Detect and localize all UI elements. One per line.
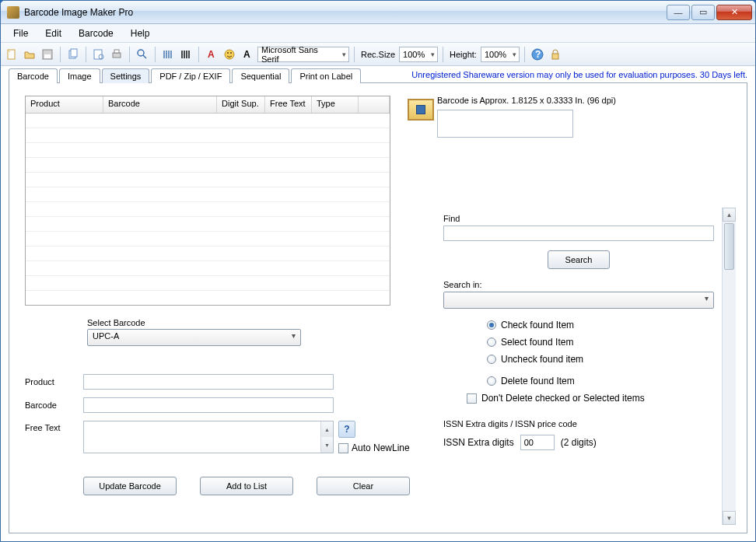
preview-icon[interactable]: [91, 47, 107, 62]
menubar: File Edit Barcode Help: [1, 24, 755, 43]
table-row[interactable]: [26, 202, 390, 217]
height-label: Height:: [448, 50, 478, 59]
tab-barcode[interactable]: Barcode: [9, 68, 58, 83]
toolbar: A A Microsoft Sans Serif Rec.Size 100% H…: [1, 43, 755, 66]
col-type[interactable]: Type: [312, 96, 359, 113]
freetext-help-button[interactable]: ?: [338, 421, 355, 438]
col-barcode[interactable]: Barcode: [103, 96, 217, 113]
search-button[interactable]: Search: [548, 250, 610, 269]
issn-extra-label: ISSN Extra digits: [443, 437, 514, 448]
product-input[interactable]: [83, 374, 334, 390]
find-icon[interactable]: [135, 47, 150, 62]
menu-file[interactable]: File: [5, 26, 36, 41]
select-barcode-label: Select Barcode: [87, 318, 429, 327]
auto-newline-checkbox[interactable]: [338, 443, 348, 453]
left-column: Product Barcode Digit Sup. Free Text Typ…: [25, 96, 429, 525]
svg-rect-5: [94, 50, 102, 59]
tab-panel: Product Barcode Digit Sup. Free Text Typ…: [9, 82, 747, 533]
tab-settings[interactable]: Settings: [102, 68, 150, 83]
barcode-blue-icon[interactable]: [160, 47, 176, 62]
auto-newline-label: Auto NewLine: [352, 442, 410, 453]
radio-check-found[interactable]: [487, 320, 496, 330]
right-scrollbar[interactable]: ▲ ▼: [722, 208, 736, 525]
table-row[interactable]: [26, 158, 390, 173]
film-strip-icon[interactable]: [408, 99, 434, 121]
svg-rect-0: [8, 50, 15, 59]
table-row[interactable]: [26, 143, 390, 158]
radio-delete-found-label: Delete found Item: [501, 376, 575, 386]
col-freetext[interactable]: Free Text: [265, 96, 312, 113]
help-icon[interactable]: ?: [530, 47, 545, 62]
radio-uncheck-found-label: Uncheck found item: [501, 354, 583, 365]
barcode-black-icon[interactable]: [178, 47, 194, 62]
font-a-icon[interactable]: A: [240, 47, 255, 62]
radio-uncheck-found[interactable]: [487, 355, 496, 364]
close-button[interactable]: ✕: [716, 5, 752, 20]
recsize-label: Rec.Size: [359, 50, 397, 59]
freetext-input[interactable]: [84, 421, 320, 453]
radio-select-found[interactable]: [487, 337, 496, 347]
dont-delete-checkbox[interactable]: [467, 393, 477, 404]
scroll-up-icon[interactable]: ▲: [723, 208, 736, 222]
select-barcode-combo[interactable]: UPC-A: [87, 329, 301, 346]
find-input[interactable]: [443, 226, 714, 241]
menu-edit[interactable]: Edit: [37, 26, 69, 41]
print-icon[interactable]: [109, 47, 124, 62]
table-row[interactable]: [26, 114, 390, 128]
table-row[interactable]: [26, 187, 390, 202]
table-row[interactable]: [26, 128, 390, 143]
tab-print[interactable]: Print on Label: [291, 68, 361, 83]
minimize-button[interactable]: —: [667, 5, 690, 20]
font-family-combo[interactable]: Microsoft Sans Serif: [257, 47, 349, 62]
barcode-grid[interactable]: Product Barcode Digit Sup. Free Text Typ…: [25, 96, 390, 306]
col-product[interactable]: Product: [26, 96, 103, 113]
table-row[interactable]: [26, 276, 390, 291]
freetext-spin-down[interactable]: ▼: [321, 437, 333, 453]
product-label: Product: [25, 377, 83, 386]
svg-text:?: ?: [535, 49, 541, 60]
copy-icon[interactable]: [65, 47, 81, 62]
svg-text:A: A: [208, 49, 215, 60]
maximize-button[interactable]: ▭: [691, 5, 715, 20]
font-color-icon[interactable]: A: [204, 47, 219, 62]
lock-icon[interactable]: [548, 47, 563, 62]
new-icon[interactable]: [4, 47, 19, 62]
add-to-list-button[interactable]: Add to List: [200, 477, 293, 495]
scroll-down-icon[interactable]: ▼: [723, 511, 736, 525]
table-row[interactable]: [26, 173, 390, 187]
svg-text:A: A: [243, 49, 250, 60]
update-barcode-button[interactable]: Update Barcode: [83, 477, 177, 495]
height-combo[interactable]: 100%: [481, 47, 520, 62]
tab-sequential[interactable]: Sequential: [232, 68, 289, 83]
grid-header: Product Barcode Digit Sup. Free Text Typ…: [26, 96, 390, 114]
searchin-combo[interactable]: [443, 292, 714, 309]
tab-pdfzip[interactable]: PDF / Zip / EXIF: [151, 68, 230, 83]
find-label: Find: [443, 214, 714, 223]
emoji-icon[interactable]: [222, 47, 237, 62]
issn-extra-input[interactable]: [520, 435, 555, 450]
svg-line-10: [143, 55, 146, 58]
svg-rect-1: [43, 50, 52, 59]
menu-help[interactable]: Help: [123, 26, 158, 41]
open-icon[interactable]: [22, 47, 37, 62]
recsize-combo[interactable]: 100%: [399, 47, 438, 62]
tab-image[interactable]: Image: [59, 68, 100, 83]
svg-rect-8: [114, 50, 119, 53]
table-row[interactable]: [26, 261, 390, 276]
barcode-label: Barcode: [25, 400, 83, 410]
radio-select-found-label: Select found Item: [501, 337, 573, 348]
save-icon[interactable]: [40, 47, 55, 62]
table-row[interactable]: [26, 232, 390, 247]
col-digitsup[interactable]: Digit Sup.: [217, 96, 265, 113]
table-row[interactable]: [26, 217, 390, 232]
svg-point-9: [138, 50, 144, 56]
menu-barcode[interactable]: Barcode: [71, 26, 121, 41]
clear-button[interactable]: Clear: [317, 477, 410, 495]
col-spacer: [359, 96, 390, 113]
titlebar: Barcode Image Maker Pro — ▭ ✕: [1, 1, 755, 24]
freetext-spin-up[interactable]: ▲: [321, 421, 333, 437]
scroll-thumb[interactable]: [724, 223, 734, 270]
table-row[interactable]: [26, 247, 390, 261]
radio-delete-found[interactable]: [487, 376, 496, 386]
barcode-input[interactable]: [83, 397, 334, 413]
